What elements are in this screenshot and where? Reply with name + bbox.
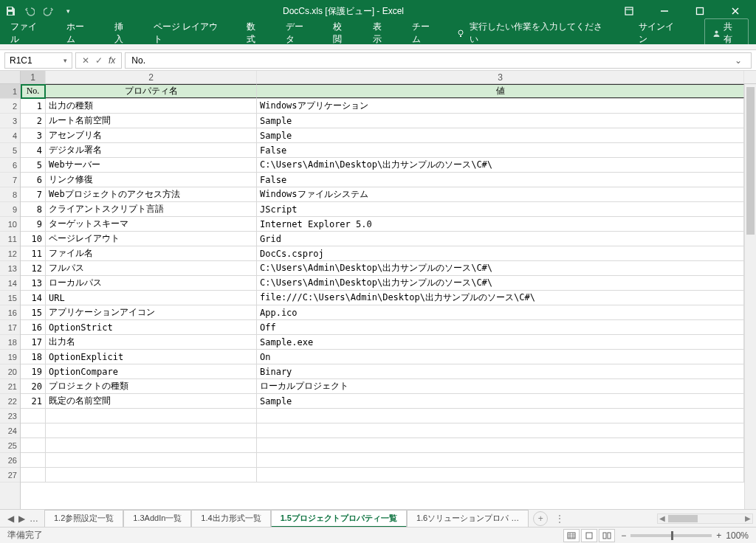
scrollbar-thumb[interactable] xyxy=(746,87,755,235)
row-header[interactable]: 17 xyxy=(0,320,20,335)
cell-prop[interactable]: OptionExplicit xyxy=(46,350,257,364)
ribbon-tab-data[interactable]: データ xyxy=(283,21,315,46)
row-header[interactable]: 8 xyxy=(0,187,20,202)
row-header[interactable]: 2 xyxy=(0,99,20,114)
col-header-2[interactable]: 2 xyxy=(46,71,257,83)
row-header[interactable]: 25 xyxy=(0,438,20,453)
zoom-in-button[interactable]: + xyxy=(716,530,721,541)
cell-val[interactable]: C:\Users\Admin\Desktop\出力サンプルのソース\C#\ xyxy=(257,276,744,290)
chevron-down-icon[interactable]: ▾ xyxy=(63,57,67,64)
cancel-icon[interactable]: ✕ xyxy=(82,55,89,66)
cell-no[interactable]: 3 xyxy=(21,128,46,142)
cell-no[interactable]: 17 xyxy=(21,335,46,349)
sheet-tab[interactable]: 1.4出力形式一覧 xyxy=(191,510,270,528)
ribbon-tab-insert[interactable]: 挿入 xyxy=(111,21,134,46)
cell-val[interactable]: DocCs.csproj xyxy=(257,246,744,260)
cell-val[interactable]: App.ico xyxy=(257,305,744,319)
cell-no[interactable]: 11 xyxy=(21,246,46,260)
cell-val[interactable]: ローカルプロジェクト xyxy=(257,379,744,393)
cell-val[interactable]: Sample xyxy=(257,128,744,142)
row-header[interactable]: 12 xyxy=(0,246,20,261)
cell-prop[interactable]: Webサーバー xyxy=(46,158,257,172)
row-header[interactable]: 24 xyxy=(0,423,20,438)
cell-val[interactable]: file:///C:\Users\Admin\Desktop\出力サンプルのソー… xyxy=(257,291,744,305)
row-header[interactable]: 5 xyxy=(0,143,20,158)
cell-prop[interactable]: デジタル署名 xyxy=(46,143,257,157)
cell-no[interactable]: 18 xyxy=(21,350,46,364)
cell-no[interactable]: 14 xyxy=(21,291,46,305)
cell-val[interactable]: C:\Users\Admin\Desktop\出力サンプルのソース\C#\ xyxy=(257,261,744,275)
cell-prop[interactable]: プロジェクトの種類 xyxy=(46,379,257,393)
cell-val[interactable]: Grid xyxy=(257,232,744,246)
vertical-scrollbar[interactable] xyxy=(744,84,756,509)
view-normal-button[interactable] xyxy=(563,529,580,542)
hscroll-left-icon[interactable]: ◀ xyxy=(659,514,665,522)
undo-icon[interactable] xyxy=(24,5,35,17)
cell-val[interactable]: Off xyxy=(257,320,744,334)
signin-link[interactable]: サインイン xyxy=(639,21,681,46)
formula-expand-icon[interactable]: ⌄ xyxy=(732,55,745,66)
hscroll-right-icon[interactable]: ▶ xyxy=(745,514,751,522)
row-header[interactable]: 1 xyxy=(0,84,20,99)
cell-no[interactable]: 8 xyxy=(21,202,46,216)
view-pagebreak-button[interactable] xyxy=(599,529,615,542)
ribbon-tab-home[interactable]: ホーム xyxy=(63,21,95,46)
cell-prop[interactable]: ページレイアウト xyxy=(46,232,257,246)
ribbon-tab-team[interactable]: チーム xyxy=(409,21,441,46)
cell-val[interactable]: Binary xyxy=(257,364,744,378)
cell-prop[interactable]: クライアントスクリプト言語 xyxy=(46,202,257,216)
cell-val[interactable]: Windowsアプリケーション xyxy=(257,99,744,113)
cell-no[interactable]: 2 xyxy=(21,114,46,128)
header-cell-prop[interactable]: プロパティ名 xyxy=(46,84,257,98)
row-header[interactable]: 15 xyxy=(0,291,20,305)
sheet-tab[interactable]: 1.6ソリューションプロパ … xyxy=(407,510,529,528)
redo-icon[interactable] xyxy=(43,5,55,17)
row-header[interactable]: 14 xyxy=(0,276,20,291)
cell-no[interactable]: 19 xyxy=(21,364,46,378)
col-header-1[interactable]: 1 xyxy=(21,71,46,83)
row-header[interactable]: 27 xyxy=(0,468,20,483)
cell-no[interactable]: 15 xyxy=(21,305,46,319)
cell-no[interactable]: 4 xyxy=(21,143,46,157)
cell-no[interactable]: 10 xyxy=(21,232,46,246)
row-header[interactable]: 18 xyxy=(0,335,20,350)
row-header[interactable]: 6 xyxy=(0,158,20,173)
cell-prop[interactable]: Webプロジェクトのアクセス方法 xyxy=(46,187,257,201)
view-pagelayout-button[interactable] xyxy=(581,529,597,542)
cell-no[interactable]: 20 xyxy=(21,379,46,393)
select-all-corner[interactable] xyxy=(0,71,21,83)
cell-val[interactable]: JScript xyxy=(257,202,744,216)
cell-prop[interactable]: OptionStrict xyxy=(46,320,257,334)
row-header[interactable]: 3 xyxy=(0,114,20,128)
cell-prop[interactable]: 出力名 xyxy=(46,335,257,349)
zoom-slider[interactable] xyxy=(630,534,712,537)
hscroll-thumb[interactable] xyxy=(668,515,698,522)
row-header[interactable]: 26 xyxy=(0,453,20,468)
cell-val[interactable]: C:\Users\Admin\Desktop\出力サンプルのソース\C#\ xyxy=(257,158,744,172)
cell-val[interactable]: On xyxy=(257,350,744,364)
cell-val[interactable]: Sample xyxy=(257,114,744,128)
row-header[interactable]: 4 xyxy=(0,128,20,143)
row-header[interactable]: 16 xyxy=(0,305,20,320)
cell-prop[interactable]: ターゲットスキーマ xyxy=(46,217,257,231)
ribbon-tab-file[interactable]: ファイル xyxy=(7,21,47,46)
zoom-value[interactable]: 100% xyxy=(726,530,749,541)
cell-prop[interactable]: 出力の種類 xyxy=(46,99,257,113)
cell-no[interactable]: 12 xyxy=(21,261,46,275)
row-header[interactable]: 21 xyxy=(0,379,20,394)
row-header[interactable]: 19 xyxy=(0,350,20,364)
enter-icon[interactable]: ✓ xyxy=(95,55,103,66)
cells-grid[interactable]: No.プロパティ名値1出力の種類Windowsアプリケーション2ルート名前空間S… xyxy=(21,84,756,509)
cell-no[interactable]: 13 xyxy=(21,276,46,290)
tabs-split-icon[interactable]: ⋮ xyxy=(555,513,564,524)
cell-prop[interactable]: ローカルパス xyxy=(46,276,257,290)
cell-prop[interactable]: URL xyxy=(46,291,257,305)
cell-prop[interactable]: ルート名前空間 xyxy=(46,114,257,128)
zoom-out-button[interactable]: − xyxy=(621,530,626,541)
cell-prop[interactable]: フルパス xyxy=(46,261,257,275)
cell-prop[interactable]: OptionCompare xyxy=(46,364,257,378)
fx-icon[interactable]: fx xyxy=(109,55,115,66)
formula-bar[interactable]: No. ⌄ xyxy=(125,52,752,69)
row-header[interactable]: 9 xyxy=(0,202,20,217)
cell-val[interactable]: Sample.exe xyxy=(257,335,744,349)
